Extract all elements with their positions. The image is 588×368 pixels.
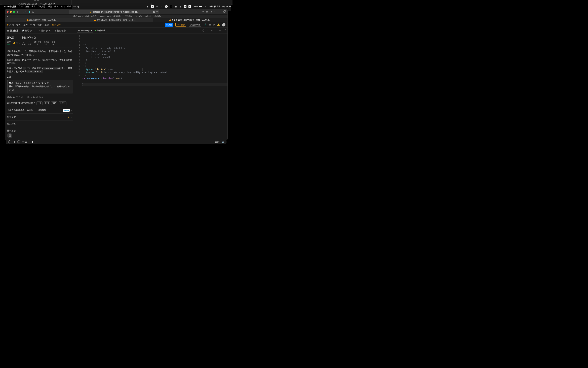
browser-tab[interactable]: 🔶 969. 煎饼排序 - 力扣（LeetCode） [5, 18, 79, 22]
info-icon[interactable]: ⓘ [202, 29, 204, 32]
url-bar[interactable]: 🔒 leetcode-cn.com/problems/delete-middle… [69, 10, 159, 14]
expand-icon[interactable]: ⤢ [150, 0, 152, 1]
extension-icon[interactable]: ◆ [29, 10, 30, 13]
tab-solutions[interactable]: ⚗ 题解 (705) [38, 29, 51, 32]
menu-view[interactable]: 显示 [31, 5, 35, 8]
tabs-overview-icon[interactable] [223, 10, 226, 13]
language-select[interactable]: ⚙ JavaScript ▾ [77, 29, 93, 33]
menubar-clock[interactable]: 12月5日 周日 下午 11:55 [209, 5, 231, 8]
clock-icon[interactable]: ◔ [179, 5, 182, 8]
skip-forward-button[interactable]: 15 [18, 140, 20, 143]
text-big-icon[interactable]: 大 [206, 10, 208, 13]
menu-bookmarks[interactable]: 书签 [48, 5, 52, 8]
leetcode-logo[interactable]: ◆ 力扣 [7, 23, 14, 26]
battery-indicator[interactable]: 100% [193, 5, 202, 8]
nav-problems[interactable]: 题库 [23, 23, 28, 26]
menu-history[interactable]: 历史记录 [38, 5, 46, 8]
favorite-button[interactable]: ☆ 收藏 [22, 41, 26, 46]
translate-icon[interactable]: 🅰 [153, 11, 155, 13]
nav-discuss[interactable]: 讨论 [30, 23, 35, 26]
notify-button[interactable]: 接收动 态 [44, 41, 49, 46]
nav-shop[interactable]: 🛍 商店 ▾ [52, 23, 61, 26]
new-feature-badge[interactable]: 新功能 [165, 23, 173, 27]
like-button[interactable]: 👍 129 [13, 42, 20, 45]
app-icon-x[interactable]: ✕ [170, 5, 172, 8]
favorite-link[interactable]: OurMacs - Mac 搜索引擎 [100, 15, 121, 18]
seek-slider[interactable] [29, 142, 213, 142]
app-icon-p[interactable]: P [165, 5, 168, 8]
traffic-lights[interactable] [7, 11, 15, 13]
browser-tab[interactable]: 🔶 面试题 02.03. 删除中间节点 - 力扣（LeetCode） [153, 18, 228, 22]
menu-edit[interactable]: 编辑 [25, 5, 29, 8]
app-name[interactable]: Safari 浏览器 [4, 5, 16, 8]
layout-icon[interactable]: ⧉ [209, 23, 211, 26]
minimize-icon[interactable] [37, 0, 39, 1]
share-icon[interactable] [214, 10, 216, 13]
tab-comments[interactable]: 💬 评论 (521) [22, 29, 35, 32]
transfer-icon[interactable]: ⇄ [213, 23, 215, 26]
smart-mode[interactable]: 智能模式 [95, 29, 105, 32]
chip-intern[interactable]: 实习 [51, 101, 57, 105]
skip-back-button[interactable]: 15 [8, 140, 11, 143]
sidebar-toggle-icon[interactable] [17, 11, 20, 13]
history-icon[interactable]: ◷ [211, 10, 212, 13]
nav-jobs[interactable]: 求职 [44, 23, 49, 26]
control-center-icon[interactable]: ⎚ [204, 5, 207, 8]
nav-contest[interactable]: 竞赛 [37, 23, 42, 26]
text-small-icon[interactable]: 小 [202, 10, 204, 13]
nav-learn[interactable]: 学习 [16, 23, 21, 26]
related-tags-row[interactable]: 相关标签 ⌄ [7, 120, 73, 127]
phone-icon[interactable]: 📱 [204, 23, 207, 26]
shield-icon[interactable] [32, 11, 34, 13]
feedback-button[interactable]: 反馈 馈 [52, 41, 55, 46]
undo-icon[interactable]: ↶ [211, 29, 213, 32]
book-row[interactable]: 《程序员面试金典（第 6 版）》独家授权 TURING ⌄ [7, 107, 73, 113]
browser-tab[interactable]: 🔶 剑指 Offer 35. 复杂链表的复制 - 力扣（LeetCode） [79, 18, 153, 22]
display-icon[interactable]: ▭ [184, 5, 186, 8]
forward-button[interactable]: 〉 [25, 10, 27, 13]
show-hint-row[interactable]: 显示提示 1 ⌄ [7, 127, 73, 134]
favorite-link[interactable]: 马可菠萝 [124, 15, 132, 18]
reload-icon[interactable]: ⟳ [156, 11, 158, 13]
volume-icon[interactable]: 🔊 [221, 141, 224, 143]
switch-lang-button[interactable]: 切换为英 文 [34, 41, 41, 46]
favorite-link[interactable]: MacWk [136, 15, 142, 18]
favorite-link[interactable]: 威伯斯云 [154, 15, 162, 18]
wechat-icon[interactable]: ❋ [156, 5, 158, 8]
menu-debug[interactable]: Debug [73, 5, 79, 8]
fullscreen-icon[interactable]: ⛶ [224, 29, 226, 32]
bell-icon[interactable]: 🔔 [217, 23, 220, 26]
pause-button[interactable]: ⏸ [13, 141, 15, 143]
chip-campus[interactable]: 校招 [44, 101, 50, 105]
chip-social[interactable]: 社招 [36, 101, 43, 105]
menu-help[interactable]: 帮助 [67, 5, 71, 8]
close-icon[interactable] [7, 11, 9, 13]
related-companies-row[interactable]: 相关企业 i 🔒 ⌄ [7, 113, 73, 120]
seek-knob[interactable] [32, 141, 33, 143]
bookmark-icon[interactable]: 🕮 [215, 29, 217, 32]
record-icon[interactable]: ◉ [146, 5, 149, 8]
notes-fab[interactable]: 📓 [7, 133, 12, 138]
close-icon[interactable] [34, 0, 36, 1]
favorite-link[interactable]: xclient [145, 15, 150, 18]
timemachine-icon[interactable]: ↺ [160, 5, 163, 8]
menu-develop[interactable]: 开发 [54, 5, 58, 8]
plus-member-button[interactable]: Plus 会员 [176, 23, 186, 27]
user-avatar[interactable] [222, 23, 226, 27]
back-button[interactable]: 〈 [22, 10, 24, 13]
chip-none[interactable]: 未遇到 [59, 101, 66, 105]
input-icon[interactable]: A [188, 5, 191, 8]
code-area[interactable]: /** * Definition for singly-linked list.… [82, 34, 228, 140]
zoom-icon[interactable] [13, 11, 15, 13]
interviewer-button[interactable]: 我是面试官 [189, 23, 201, 27]
apps-grid-icon[interactable]: ▦ [7, 15, 8, 18]
grid-icon[interactable]: ▦ [175, 5, 177, 8]
new-tab-icon[interactable]: ＋ [219, 10, 221, 13]
share-button[interactable]: ⇪ 分享 [28, 41, 32, 46]
resize-handle-icon[interactable]: ⋮⋮ [74, 67, 76, 70]
code-editor[interactable]: ⋮⋮ 1234567891011121314 /** * Definition … [75, 34, 228, 140]
window-controls[interactable] [34, 0, 39, 1]
minimize-icon[interactable] [10, 11, 12, 13]
run-icon[interactable]: ▷ [207, 29, 208, 32]
tab-submissions[interactable]: ◷ 提交记录 [54, 29, 66, 32]
